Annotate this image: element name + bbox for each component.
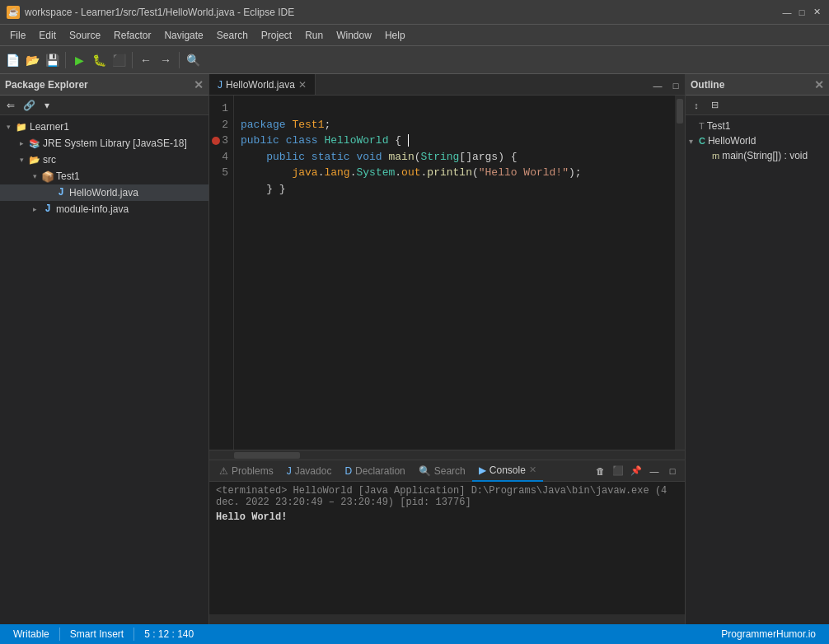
- editor-scroll-thumb[interactable]: [677, 99, 683, 124]
- line5-indent: } }: [241, 183, 286, 195]
- run-button[interactable]: ▶: [70, 51, 88, 69]
- status-position[interactable]: 5 : 12 : 140: [138, 624, 200, 644]
- editor-max-button[interactable]: □: [667, 77, 685, 95]
- menu-refactor[interactable]: Refactor: [107, 26, 157, 44]
- outline-hide-button[interactable]: ⊟: [705, 96, 724, 114]
- back-button[interactable]: ←: [137, 51, 155, 69]
- code-area[interactable]: package Test1; public class HelloWorld {…: [234, 96, 675, 450]
- console-tab-close[interactable]: ✕: [529, 464, 536, 475]
- stop-button[interactable]: ⬛: [110, 51, 128, 69]
- status-writable[interactable]: Writable: [7, 624, 56, 644]
- outline-expand-hw: ▾: [689, 137, 699, 146]
- tree-item-src[interactable]: ▾ 📂 src: [0, 152, 208, 168]
- status-insert-text: Smart Insert: [70, 628, 124, 640]
- menu-navigate[interactable]: Navigate: [157, 26, 209, 44]
- menu-run[interactable]: Run: [298, 26, 330, 44]
- paren3: );: [569, 166, 582, 179]
- outline-main-icon: m: [712, 151, 719, 161]
- menu-search[interactable]: Search: [210, 26, 255, 44]
- outline-item-helloworld[interactable]: ▾ C HelloWorld: [686, 133, 829, 148]
- save-button[interactable]: 💾: [43, 51, 61, 69]
- bottom-min-button[interactable]: —: [645, 462, 663, 480]
- tree-item-learner1[interactable]: ▾ 📁 Learner1: [0, 119, 208, 135]
- bottom-hscroll[interactable]: [209, 614, 685, 624]
- menu-edit[interactable]: Edit: [32, 26, 63, 44]
- tab-javadoc[interactable]: J Javadoc: [280, 460, 339, 482]
- menu-source[interactable]: Source: [63, 26, 107, 44]
- search-label: Search: [434, 465, 466, 477]
- javadoc-icon: J: [287, 465, 292, 477]
- outline-sort-button[interactable]: ↕: [687, 96, 705, 114]
- outline-test1-icon: T: [699, 121, 705, 131]
- editor-tab-icon: J: [218, 79, 222, 91]
- content-area: J HelloWorld.java ✕ — □ 1 2 3 4: [209, 74, 685, 624]
- debug-button[interactable]: 🐛: [90, 51, 108, 69]
- link-with-editor-button[interactable]: 🔗: [20, 96, 38, 114]
- new-button[interactable]: 📄: [3, 51, 21, 69]
- moduleinfo-label: module-info.java: [56, 203, 129, 215]
- menu-window[interactable]: Window: [330, 26, 378, 44]
- dot3: .: [395, 166, 401, 179]
- forward-button[interactable]: →: [157, 51, 175, 69]
- outline-main-label: main(String[]) : void: [722, 150, 808, 161]
- editor-with-scroll: 1 2 3 4 5 package Test1; public class He…: [209, 96, 685, 450]
- expand-test1: ▾: [30, 171, 40, 181]
- tree-item-jre[interactable]: ▸ 📚 JRE System Library [JavaSE-18]: [0, 135, 208, 152]
- kw-package: package: [241, 119, 286, 131]
- toolbar: 📄 📂 💾 ▶ 🐛 ⬛ ← → 🔍: [0, 46, 829, 74]
- helloworld-label: HelloWorld.java: [69, 187, 138, 198]
- collapse-all-button[interactable]: ⇐: [2, 96, 20, 114]
- outline-close[interactable]: ✕: [814, 78, 824, 91]
- editor-hscroll[interactable]: [209, 450, 685, 460]
- args-param: args) {: [472, 151, 518, 163]
- tab-search[interactable]: 🔍 Search: [412, 460, 472, 482]
- expand-moduleinfo: ▸: [30, 204, 40, 214]
- bottom-max-button[interactable]: □: [663, 462, 681, 480]
- status-div-1: [59, 628, 60, 641]
- menu-file[interactable]: File: [3, 26, 32, 44]
- tree-item-helloworld[interactable]: J HelloWorld.java: [0, 184, 208, 201]
- editor-min-button[interactable]: —: [649, 77, 667, 95]
- editor-hscroll-thumb[interactable]: [234, 452, 300, 459]
- tree-item-moduleinfo[interactable]: ▸ J module-info.java: [0, 201, 208, 217]
- bottom-panel: ⚠ Problems J Javadoc D Declaration 🔍 Sea…: [209, 460, 685, 624]
- status-writable-text: Writable: [13, 628, 49, 640]
- package-explorer-title: Package Explorer: [5, 79, 194, 91]
- tab-problems[interactable]: ⚠ Problems: [213, 460, 280, 482]
- string-lit: "Hello World!": [479, 166, 569, 179]
- outline-expand-test1: [689, 121, 699, 131]
- console-pin-button[interactable]: 📌: [627, 462, 645, 480]
- kw-public-2: public: [266, 151, 305, 163]
- status-insert-mode[interactable]: Smart Insert: [63, 624, 130, 644]
- outline-item-main[interactable]: m main(String[]) : void: [686, 148, 829, 163]
- view-menu-button[interactable]: ▾: [38, 96, 56, 114]
- outline-item-test1[interactable]: T Test1: [686, 119, 829, 133]
- minimize-button[interactable]: —: [781, 7, 793, 18]
- editor-vscroll[interactable]: [675, 96, 685, 450]
- editor-tab-helloworld[interactable]: J HelloWorld.java ✕: [209, 74, 316, 95]
- editor-tab-bar: J HelloWorld.java ✕ — □: [209, 74, 685, 96]
- tree-item-test1[interactable]: ▾ 📦 Test1: [0, 168, 208, 184]
- package-explorer-close[interactable]: ✕: [194, 78, 204, 91]
- status-position-text: 5 : 12 : 140: [144, 628, 194, 640]
- toolbar-sep-3: [179, 52, 180, 68]
- src-label: src: [43, 154, 56, 166]
- editor-content[interactable]: 1 2 3 4 5 package Test1; public class He…: [209, 96, 675, 450]
- brace-open: {: [395, 134, 401, 147]
- kw-public-1: public: [241, 134, 279, 147]
- status-website-label: ProgrammerHumor.io: [721, 628, 816, 640]
- problems-label: Problems: [232, 465, 274, 477]
- menu-project[interactable]: Project: [255, 26, 298, 44]
- close-button[interactable]: ✕: [811, 7, 822, 18]
- tab-console[interactable]: ▶ Console ✕: [472, 460, 543, 482]
- search-toolbar-button[interactable]: 🔍: [184, 51, 202, 69]
- outline-header: Outline ✕: [686, 74, 829, 96]
- console-stop-button[interactable]: ⬛: [609, 462, 627, 480]
- editor-tab-close[interactable]: ✕: [298, 79, 307, 91]
- tab-declaration[interactable]: D Declaration: [338, 460, 411, 482]
- maximize-button[interactable]: □: [796, 7, 808, 18]
- status-website[interactable]: ProgrammerHumor.io: [714, 624, 822, 644]
- console-clear-button[interactable]: 🗑: [591, 462, 609, 480]
- open-button[interactable]: 📂: [23, 51, 41, 69]
- menu-help[interactable]: Help: [378, 26, 412, 44]
